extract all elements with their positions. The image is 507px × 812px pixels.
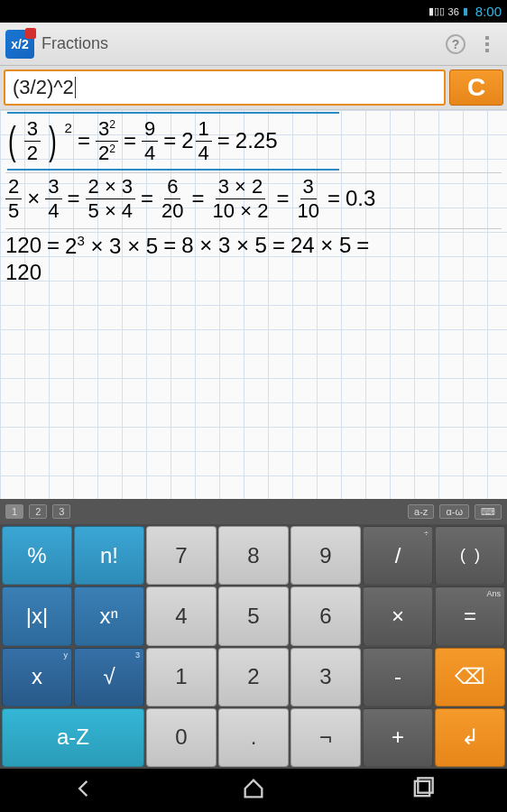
help-icon[interactable]: ? bbox=[446, 34, 466, 54]
key-percent[interactable]: % bbox=[2, 526, 72, 585]
key-4[interactable]: 4 bbox=[146, 586, 217, 645]
overflow-menu-icon[interactable] bbox=[473, 30, 502, 59]
key-multiply[interactable]: × bbox=[363, 586, 433, 645]
keyboard-mode-row: 1 2 3 a-z α-ω ⌨ bbox=[0, 499, 507, 524]
key-power[interactable]: xⁿ bbox=[74, 586, 144, 645]
app-title: Fractions bbox=[41, 34, 438, 53]
signal-icon: ▮▯▯ bbox=[429, 5, 445, 17]
clock: 8:00 bbox=[475, 4, 502, 19]
app-icon: x/2 bbox=[5, 30, 34, 59]
key-factorial[interactable]: n! bbox=[74, 526, 144, 585]
key-sqrt[interactable]: √3 bbox=[74, 648, 144, 706]
expression-input[interactable]: (3/2)^2 bbox=[4, 69, 446, 106]
calculator-keypad: % n! 7 8 9 /÷ ( ) |x| xⁿ 4 5 6 × =Ans xy… bbox=[0, 524, 507, 769]
nav-back-icon[interactable] bbox=[72, 776, 97, 805]
key-x[interactable]: xy bbox=[2, 648, 72, 706]
key-5[interactable]: 5 bbox=[218, 586, 289, 645]
key-plus[interactable]: + bbox=[363, 708, 433, 767]
key-1[interactable]: 1 bbox=[146, 648, 217, 706]
keypad-tab-2[interactable]: 2 bbox=[29, 504, 47, 519]
key-parens[interactable]: ( ) bbox=[435, 526, 505, 585]
key-enter[interactable]: ↲ bbox=[435, 708, 505, 767]
key-2[interactable]: 2 bbox=[218, 648, 289, 706]
key-divide[interactable]: /÷ bbox=[363, 526, 433, 585]
key-8[interactable]: 8 bbox=[218, 526, 289, 585]
key-9[interactable]: 9 bbox=[290, 526, 361, 585]
result-row[interactable]: 120 = 23 × 3 × 5 = 8 × 3 × 5 = 24 × 5 = … bbox=[5, 229, 502, 293]
android-nav-bar bbox=[0, 769, 507, 812]
mode-greek[interactable]: α-ω bbox=[439, 504, 469, 519]
expression-value: (3/2)^2 bbox=[13, 76, 74, 99]
key-dot[interactable]: . bbox=[218, 708, 289, 767]
key-minus[interactable]: - bbox=[363, 648, 433, 706]
text-cursor bbox=[75, 77, 76, 98]
result-row[interactable]: 25 × 34 = 2 × 35 × 4 = 620 = 3 × 210 × 2… bbox=[5, 173, 502, 229]
key-equals[interactable]: =Ans bbox=[435, 586, 505, 645]
key-alpha[interactable]: a-Z bbox=[2, 708, 144, 767]
key-7[interactable]: 7 bbox=[146, 526, 217, 585]
key-3[interactable]: 3 bbox=[290, 648, 361, 706]
key-6[interactable]: 6 bbox=[290, 586, 361, 645]
keypad-tab-3[interactable]: 3 bbox=[52, 504, 70, 519]
clear-button[interactable]: C bbox=[449, 69, 503, 106]
result-row[interactable]: ( 32 ) 2 = 32 22 = 94 = 2 14 = 2.25 bbox=[5, 114, 502, 173]
key-0[interactable]: 0 bbox=[146, 708, 217, 767]
network-icon: 36 bbox=[448, 6, 459, 17]
key-backspace[interactable]: ⌫ bbox=[435, 648, 505, 706]
app-header: x/2 Fractions ? bbox=[0, 23, 507, 66]
input-row: (3/2)^2 C bbox=[0, 66, 507, 109]
keyboard-icon[interactable]: ⌨ bbox=[475, 504, 502, 520]
nav-home-icon[interactable] bbox=[241, 776, 266, 805]
android-status-bar: ▮▯▯ 36 ▮ 8:00 bbox=[0, 0, 507, 23]
key-abs[interactable]: |x| bbox=[2, 586, 72, 645]
key-negate[interactable]: ¬ bbox=[290, 708, 361, 767]
mode-latin[interactable]: a-z bbox=[408, 504, 434, 519]
results-worksheet[interactable]: ( 32 ) 2 = 32 22 = 94 = 2 14 = 2.25 25 ×… bbox=[0, 109, 507, 499]
battery-icon: ▮ bbox=[463, 5, 468, 17]
nav-recent-icon[interactable] bbox=[410, 776, 435, 805]
keypad-tab-1[interactable]: 1 bbox=[5, 504, 23, 519]
